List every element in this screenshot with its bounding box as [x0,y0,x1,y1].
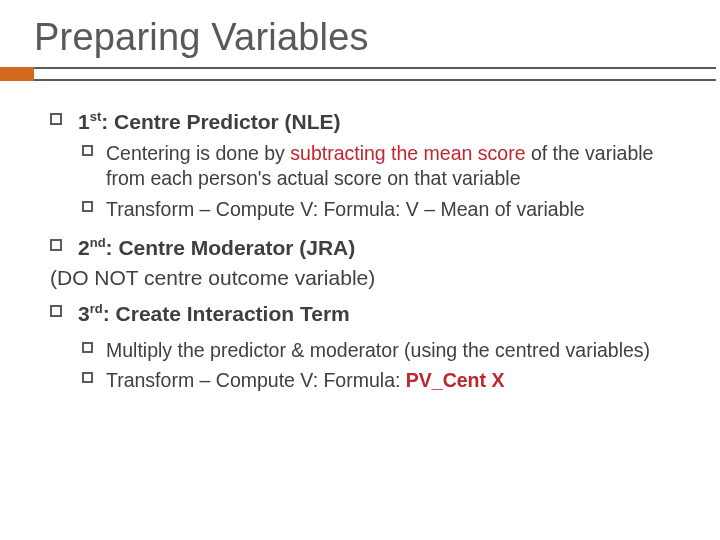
square-bullet-icon [50,305,62,317]
subbullet-text: Transform – Compute V: Formula: PV_Cent … [106,369,504,391]
bullet-second: 2nd: Centre Moderator (JRA) [50,235,670,261]
slide-body: 1st: Centre Predictor (NLE) Centering is… [0,85,720,393]
subbullet-multiply: Multiply the predictor & moderator (usin… [50,338,670,363]
bullet-first: 1st: Centre Predictor (NLE) [50,109,670,135]
subbullet-text: Centering is done by subtracting the mea… [106,142,653,189]
bullet-second-text: 2nd: Centre Moderator (JRA) [78,236,355,259]
title-divider [0,67,720,85]
square-bullet-icon [50,239,62,251]
subbullet-transform-2: Transform – Compute V: Formula: PV_Cent … [50,368,670,393]
slide: Preparing Variables 1st: Centre Predicto… [0,0,720,540]
square-bullet-icon [82,201,93,212]
square-bullet-icon [50,113,62,125]
subbullet-text: Transform – Compute V: Formula: V – Mean… [106,198,585,220]
subbullet-text: Multiply the predictor & moderator (usin… [106,339,650,361]
subbullet-centering: Centering is done by subtracting the mea… [50,141,670,190]
slide-title: Preparing Variables [0,0,720,67]
accent-block [0,67,34,81]
bullet-first-text: 1st: Centre Predictor (NLE) [78,110,340,133]
title-rule [34,67,716,81]
square-bullet-icon [82,372,93,383]
bullet-third: 3rd: Create Interaction Term [50,301,670,327]
paren-note: (DO NOT centre outcome variable) [50,265,670,291]
subbullet-transform-1: Transform – Compute V: Formula: V – Mean… [50,197,670,222]
square-bullet-icon [82,342,93,353]
bullet-third-text: 3rd: Create Interaction Term [78,302,350,325]
square-bullet-icon [82,145,93,156]
